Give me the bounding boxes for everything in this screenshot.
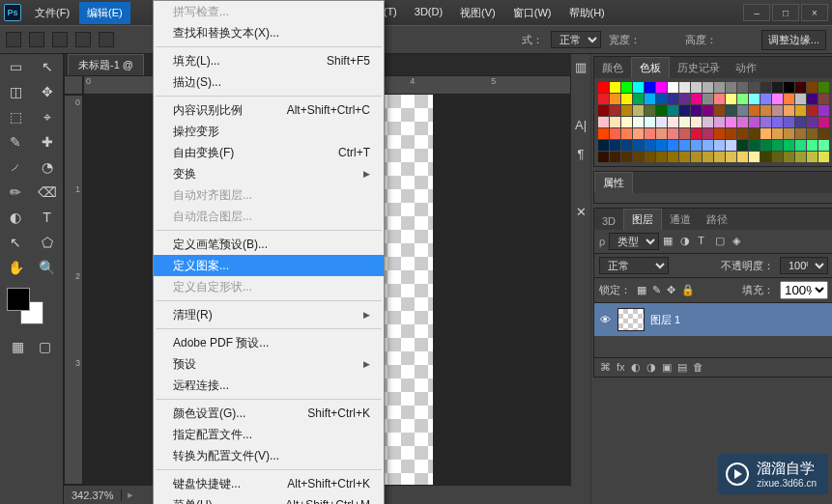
minimize-button[interactable]: – [743,4,770,21]
menu-item[interactable]: 预设 [154,353,384,375]
swatch[interactable] [795,105,806,116]
swatch[interactable] [714,140,725,151]
swatch[interactable] [726,105,736,116]
swatch[interactable] [737,105,748,116]
swatch-grid[interactable] [594,78,832,166]
swatch[interactable] [621,128,632,139]
swatch[interactable] [784,152,794,162]
opacity-value[interactable]: 100% [780,257,828,274]
swatch[interactable] [691,152,702,162]
swatch[interactable] [749,94,760,104]
tab-actions[interactable]: 动作 [728,58,764,78]
swatch[interactable] [714,105,725,116]
swatch[interactable] [668,140,678,151]
swatch[interactable] [679,140,690,151]
swatch[interactable] [726,128,736,139]
swatch[interactable] [633,140,644,151]
swatch[interactable] [633,94,644,104]
swatch[interactable] [772,152,783,162]
swatch[interactable] [679,105,690,116]
swatch[interactable] [656,128,667,139]
tool-3[interactable]: ✥ [32,79,63,104]
swatch[interactable] [598,94,609,104]
swatch[interactable] [703,128,713,139]
paragraph-icon[interactable]: ¶ [571,147,590,166]
tool-16[interactable]: ✋ [0,255,31,280]
close-button[interactable]: × [801,4,828,21]
filter-icon-4[interactable]: ▢ [715,235,729,248]
swatch[interactable] [656,94,667,104]
swatch[interactable] [807,105,818,116]
layer-thumbnail[interactable] [617,308,645,331]
tool-17[interactable]: 🔍 [32,255,63,280]
swatch[interactable] [703,117,713,127]
swatch[interactable] [714,152,725,162]
link-icon[interactable]: ⌘ [600,361,611,374]
tab-history[interactable]: 历史记录 [670,58,728,78]
swatch[interactable] [645,105,655,116]
menu-view[interactable]: 视图(V) [452,2,503,24]
swatch[interactable] [633,117,644,127]
swatch[interactable] [621,140,632,151]
menu-item[interactable]: 颜色设置(G)...Shift+Ctrl+K [154,403,384,424]
menu-item[interactable]: 查找和替换文本(X)... [154,22,384,43]
swatch[interactable] [645,117,655,127]
tool-0[interactable]: ▭ [0,54,31,79]
swatch[interactable] [633,82,644,93]
character-icon[interactable]: A| [571,118,590,137]
document-tab[interactable]: 未标题-1 @ [68,54,144,75]
filter-icon-2[interactable]: ◑ [680,235,694,248]
menu-item[interactable]: 转换为配置文件(V)... [154,445,384,466]
swatch[interactable] [795,94,806,104]
menu-item[interactable]: Adobe PDF 预设... [154,332,384,353]
swatch[interactable] [691,128,702,139]
swatch[interactable] [668,94,678,104]
swatch[interactable] [679,117,690,127]
swatch[interactable] [772,94,783,104]
swatch[interactable] [784,117,794,127]
lock-paint-icon[interactable]: ✎ [652,284,661,296]
swatch[interactable] [749,105,760,116]
tool-10[interactable]: ✏ [0,180,31,205]
group-icon[interactable]: ▣ [662,361,672,374]
menu-window[interactable]: 窗口(W) [505,2,559,24]
swatch[interactable] [703,152,713,162]
color-swatches[interactable] [3,284,61,326]
swatch[interactable] [610,140,620,151]
swatch[interactable] [795,152,806,162]
swatch[interactable] [818,117,829,127]
opt-icon-2[interactable] [52,32,68,47]
menu-item[interactable]: 定义画笔预设(B)... [154,234,384,255]
swatch[interactable] [691,82,702,93]
swatch[interactable] [749,117,760,127]
tool-4[interactable]: ⬚ [0,104,31,129]
swatch[interactable] [807,117,818,127]
menu-item[interactable]: 键盘快捷键...Alt+Shift+Ctrl+K [154,473,384,494]
tool-14[interactable]: ↖ [0,230,31,255]
swatch[interactable] [714,94,725,104]
filter-icon-5[interactable]: ◈ [732,235,746,248]
tools-icon[interactable]: ✕ [571,205,590,224]
layer-name[interactable]: 图层 1 [650,313,680,327]
menu-item[interactable]: 变换 [154,163,384,184]
swatch[interactable] [610,128,620,139]
swatch[interactable] [818,140,829,151]
swatch[interactable] [610,105,620,116]
swatch[interactable] [818,128,829,139]
swatch[interactable] [772,105,783,116]
swatch[interactable] [737,94,748,104]
swatch[interactable] [749,152,760,162]
swatch[interactable] [749,82,760,93]
opt-icon-3[interactable] [75,32,91,47]
swatch[interactable] [656,140,667,151]
swatch[interactable] [691,94,702,104]
swatch[interactable] [726,152,736,162]
swatch[interactable] [645,128,655,139]
lock-transparent-icon[interactable]: ▦ [637,284,646,296]
swatch[interactable] [772,140,783,151]
swatch[interactable] [598,105,609,116]
swatch[interactable] [610,152,620,162]
mask-icon[interactable]: ◐ [631,361,641,374]
tool-13[interactable]: T [32,205,63,230]
menu-item[interactable]: 内容识别比例Alt+Shift+Ctrl+C [154,99,384,121]
